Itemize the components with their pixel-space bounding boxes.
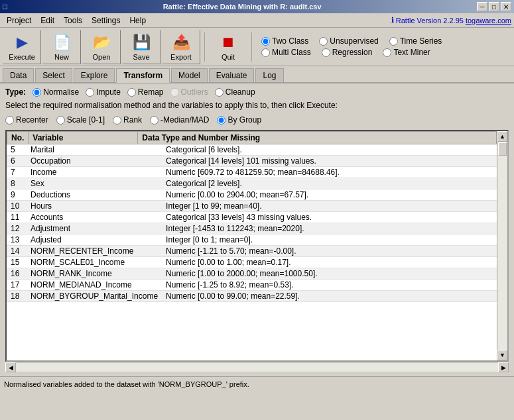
type-cleanup[interactable]: Cleanup <box>215 87 255 97</box>
table-row: 10 Hours Integer [1 to 99; mean=40]. <box>7 201 507 212</box>
table-header-row: No. Variable Data Type and Number Missin… <box>7 132 497 144</box>
type-impute[interactable]: Impute <box>86 87 121 97</box>
tab-log[interactable]: Log <box>255 68 283 82</box>
title-bar-title: Rattle: Effective Data Mining with R: au… <box>7 3 477 11</box>
close-button[interactable]: ✕ <box>501 2 511 11</box>
scroll-thumb[interactable] <box>498 142 507 156</box>
scroll-track[interactable] <box>497 142 507 350</box>
cell-variable: Adjustment <box>27 223 162 235</box>
cell-variable: Adjusted <box>27 235 162 246</box>
execute-icon: ▶ <box>13 33 31 52</box>
cell-variable: NORM_SCALE01_Income <box>27 257 162 268</box>
open-icon: 📂 <box>92 33 111 52</box>
radio-two-class[interactable]: Two Class <box>261 36 308 46</box>
cell-variable: Accounts <box>27 212 162 223</box>
cell-description: Integer [1 to 99; mean=40]. <box>162 201 507 212</box>
execute-button[interactable]: ▶ Execute <box>3 30 41 64</box>
scroll-right-button[interactable]: ▶ <box>498 362 509 372</box>
cell-variable: Deductions <box>27 189 162 201</box>
col-header-datatype: Data Type and Number Missing <box>138 132 497 144</box>
menu-settings[interactable]: Settings <box>88 15 124 26</box>
norm-rank[interactable]: Rank <box>113 115 142 125</box>
cell-no: 15 <box>7 257 27 268</box>
tab-evaluate[interactable]: Evaluate <box>209 68 255 82</box>
type-outliers[interactable]: Outliers <box>170 87 208 97</box>
execute-label: Execute <box>9 53 35 61</box>
menu-tools[interactable]: Tools <box>60 15 86 26</box>
table-scroll-area[interactable]: 5 Marital Categorical [6 levels]. 6 Occu… <box>7 144 507 359</box>
quit-button[interactable]: ⏹ Quit <box>209 30 247 64</box>
radio-text-miner[interactable]: Text Miner <box>383 48 430 57</box>
cell-variable: NORM_MEDIANAD_Income <box>27 280 162 291</box>
cell-variable: Income <box>27 167 162 178</box>
cell-description: Categorical [14 levels] 101 missing valu… <box>162 156 507 167</box>
col-header-no: No. <box>7 132 29 144</box>
table-row: 18 NORM_BYGROUP_Marital_Income Numeric [… <box>7 291 507 302</box>
norm-scale01[interactable]: Scale [0-1] <box>56 115 105 125</box>
tab-select[interactable]: Select <box>35 68 72 82</box>
normalise-options: Recenter Scale [0-1] Rank -Median/MAD By… <box>5 115 509 125</box>
cell-description: Numeric [0.00 to 99.00; mean=22.59]. <box>162 291 507 302</box>
radio-time-series[interactable]: Time Series <box>389 36 442 46</box>
cell-variable: Marital <box>27 144 162 156</box>
export-icon: 📤 <box>172 33 190 52</box>
menu-help[interactable]: Help <box>125 15 150 26</box>
minimize-button[interactable]: ─ <box>477 2 487 11</box>
tab-model[interactable]: Model <box>171 68 208 82</box>
quit-icon: ⏹ <box>219 33 237 52</box>
horizontal-scrollbar[interactable]: ◀ ▶ <box>5 362 509 372</box>
type-normalise[interactable]: Normalise <box>32 87 79 97</box>
cell-description: Numeric [609.72 to 481259.50; mean=84688… <box>162 167 507 178</box>
radio-unsupervised[interactable]: Unsupervised <box>319 36 378 46</box>
scroll-down-button[interactable]: ▼ <box>497 350 507 360</box>
save-label: Save <box>133 53 149 61</box>
col-header-variable: Variable <box>29 132 138 144</box>
cell-no: 7 <box>7 167 27 178</box>
radio-row-1: Two Class Unsupervised Time Series <box>261 36 442 46</box>
scroll-left-button[interactable]: ◀ <box>5 362 16 372</box>
export-button[interactable]: 📤 Export <box>162 30 200 64</box>
hscroll-track[interactable] <box>16 363 498 372</box>
scroll-up-button[interactable]: ▲ <box>497 131 507 142</box>
status-bar: Normalised variables added to the datase… <box>0 376 514 391</box>
cell-description: Categorical [6 levels]. <box>162 144 507 156</box>
cell-no: 16 <box>7 268 27 280</box>
data-table: No. Variable Data Type and Number Missin… <box>7 131 497 144</box>
toolbar-separator-2 <box>251 32 252 62</box>
norm-medianmad[interactable]: -Median/MAD <box>150 115 209 125</box>
vertical-scrollbar[interactable]: ▲ ▼ <box>497 131 507 360</box>
cell-description: Integer [0 to 1; mean=0]. <box>162 235 507 246</box>
menu-project[interactable]: Project <box>3 15 35 26</box>
menu-edit[interactable]: Edit <box>36 15 58 26</box>
tab-bar: Data Select Explore Transform Model Eval… <box>0 66 514 83</box>
tab-data[interactable]: Data <box>3 68 34 82</box>
cell-variable: NORM_BYGROUP_Marital_Income <box>27 291 162 302</box>
cell-variable: Hours <box>27 201 162 212</box>
info-icon: ℹ <box>391 16 394 25</box>
save-button[interactable]: 💾 Save <box>122 30 161 64</box>
save-icon: 💾 <box>132 33 151 52</box>
data-table-body: 5 Marital Categorical [6 levels]. 6 Occu… <box>7 144 507 302</box>
radio-multi-class[interactable]: Multi Class <box>261 48 311 57</box>
radio-regression[interactable]: Regression <box>322 48 373 57</box>
cell-no: 8 <box>7 178 27 189</box>
open-button[interactable]: 📂 Open <box>82 30 121 64</box>
type-label: Type: <box>5 87 26 97</box>
tab-explore[interactable]: Explore <box>74 68 115 82</box>
tab-transform[interactable]: Transform <box>116 68 170 83</box>
norm-recenter[interactable]: Recenter <box>5 115 48 125</box>
cell-no: 14 <box>7 246 27 257</box>
cell-description: Numeric [0.00 to 2904.00; mean=67.57]. <box>162 189 507 201</box>
cell-description: Numeric [0.00 to 1.00; mean=0.17]. <box>162 257 507 268</box>
type-remap[interactable]: Remap <box>127 87 164 97</box>
norm-bygroup[interactable]: By Group <box>217 115 261 125</box>
maximize-button[interactable]: □ <box>489 2 499 11</box>
title-bar-controls: ─ □ ✕ <box>477 2 511 11</box>
new-button[interactable]: 📄 New <box>42 30 81 64</box>
table-row: 15 NORM_SCALE01_Income Numeric [0.00 to … <box>7 257 507 268</box>
cell-description: Numeric [1.00 to 2000.00; mean=1000.50]. <box>162 268 507 280</box>
cell-no: 6 <box>7 156 27 167</box>
status-text: Normalised variables added to the datase… <box>4 380 249 388</box>
togaware-link[interactable]: togaware.com <box>466 17 511 25</box>
cell-no: 10 <box>7 201 27 212</box>
